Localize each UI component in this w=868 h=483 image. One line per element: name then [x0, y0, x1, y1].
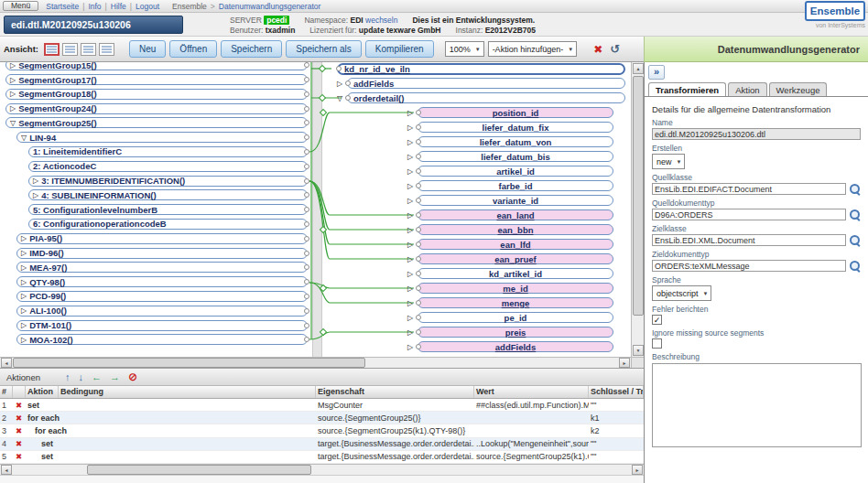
target-node[interactable]: me_id	[418, 283, 613, 294]
move-down-icon[interactable]: ↓	[78, 371, 83, 382]
junction-diamond[interactable]	[320, 328, 326, 335]
tab-transformieren[interactable]: Transformieren	[648, 82, 726, 96]
lookup-icon[interactable]	[849, 183, 861, 195]
source-node[interactable]: ▷SegmentGroup17()	[5, 74, 308, 85]
scroll-left-icon[interactable]: ◄	[1, 358, 12, 368]
shift-right-icon[interactable]: →	[110, 371, 120, 382]
source-node[interactable]: ▷MEA-97()	[16, 262, 308, 273]
target-node[interactable]: addFields	[347, 78, 625, 89]
target-node[interactable]: menge	[418, 297, 613, 308]
tab-werkzeuge[interactable]: Werkzeuge	[769, 82, 828, 96]
scroll-up-icon[interactable]: ▲	[633, 63, 644, 74]
source-node[interactable]: ▷ALI-100()	[16, 306, 308, 317]
name-field[interactable]	[652, 128, 861, 140]
target-node[interactable]: ean_lfd	[418, 239, 613, 250]
target-node[interactable]: ean_land	[418, 209, 613, 220]
tab-aktion[interactable]: Aktion	[728, 82, 766, 96]
target-node[interactable]: farbe_id	[418, 180, 613, 191]
link-logout[interactable]: Logout	[136, 2, 159, 11]
delete-row-icon[interactable]: ✖	[13, 413, 26, 423]
delete-icon[interactable]: ✖	[593, 43, 602, 56]
save-as-button[interactable]: Speichern als	[286, 40, 362, 58]
expander-icon[interactable]: ▷	[21, 278, 27, 286]
delete-row-icon[interactable]: ✖	[13, 401, 26, 410]
source-node[interactable]: ▷DTM-101()	[16, 320, 308, 331]
expander-icon[interactable]: ▷	[21, 336, 27, 344]
scroll-right-icon[interactable]: ►	[619, 358, 630, 368]
move-up-icon[interactable]: ↑	[65, 371, 71, 382]
ignore-missing-checkbox[interactable]	[652, 338, 662, 349]
action-row[interactable]: 3 ✖ for each source.{SegmentGroup25(k1).…	[0, 424, 644, 437]
create-select[interactable]: new▼	[652, 154, 685, 169]
target-node[interactable]: orderdetail()	[347, 92, 625, 103]
report-errors-checkbox[interactable]: ✓	[652, 315, 662, 325]
view-mode-3-icon[interactable]	[81, 43, 96, 56]
view-mode-2-icon[interactable]	[62, 43, 78, 56]
junction-diamond[interactable]	[319, 65, 325, 71]
canvas-vertical-scrollbar[interactable]: ▲ ▼	[631, 62, 644, 357]
action-row[interactable]: 2 ✖ for each source.{SegmentGroup25()} k…	[0, 412, 644, 424]
source-doctype-field[interactable]	[652, 209, 846, 220]
expander-icon[interactable]: ▷	[10, 90, 16, 98]
target-node[interactable]: variante_id	[418, 195, 613, 206]
source-node[interactable]: 5: ConfigurationlevelnumberB	[28, 204, 308, 215]
lookup-icon[interactable]	[849, 209, 861, 220]
source-node[interactable]: ▷3: ITEMNUMBERIDENTIFICATION()	[28, 176, 308, 187]
expander-icon[interactable]: ▷	[10, 62, 16, 70]
table-horizontal-scrollbar[interactable]: ◄ ►	[0, 464, 644, 476]
delete-row-icon[interactable]: ✖	[13, 426, 26, 435]
source-node[interactable]: ▷QTY-98()	[16, 276, 308, 287]
expander-icon[interactable]: ▷	[21, 249, 27, 257]
action-row[interactable]: 1 ✖ set MsgCounter ##class(edi.util.mp.F…	[0, 399, 644, 412]
breadcrumb-page[interactable]: Datenumwandlungsgenerator	[219, 2, 321, 11]
expander-icon[interactable]: ▷	[21, 306, 27, 315]
disable-icon[interactable]: ⊘	[128, 370, 137, 383]
undo-icon[interactable]: ↺	[610, 42, 620, 56]
zoom-select[interactable]: 100%▼	[445, 41, 484, 57]
target-node[interactable]: addFields	[418, 341, 613, 352]
add-action-select[interactable]: -Aktion hinzufügen-▼	[488, 41, 578, 57]
compile-button[interactable]: Kompilieren	[365, 40, 434, 58]
target-node[interactable]: pe_id	[418, 312, 613, 323]
scroll-down-icon[interactable]: ▼	[633, 345, 644, 356]
expander-icon[interactable]: ▽	[10, 119, 16, 127]
target-node[interactable]: position_id	[418, 107, 613, 118]
target-doctype-field[interactable]	[652, 260, 846, 272]
source-node[interactable]: ▷PIA-95()	[16, 233, 308, 244]
expander-icon[interactable]: ▷	[21, 321, 27, 329]
language-select[interactable]: objectscript▼	[652, 285, 711, 301]
breadcrumb-root[interactable]: Ensemble	[172, 2, 207, 11]
source-node[interactable]: ▽LIN-94	[16, 132, 308, 143]
view-mode-4-icon[interactable]	[99, 43, 114, 56]
scroll-left-icon[interactable]: ◄	[1, 465, 12, 475]
canvas-horizontal-scrollbar[interactable]: ◄ ►	[0, 357, 631, 368]
view-mode-1-icon[interactable]	[44, 43, 60, 56]
source-node[interactable]: ▷IMD-96()	[16, 248, 308, 259]
expander-icon[interactable]: ▷	[21, 234, 27, 242]
lookup-icon[interactable]	[849, 260, 861, 272]
target-node[interactable]: liefer_datum_bis	[418, 151, 613, 162]
expander-icon[interactable]: ▽	[21, 134, 27, 142]
target-node[interactable]: kd_artikel_id	[418, 268, 613, 279]
delete-row-icon[interactable]: ✖	[13, 439, 26, 448]
collapse-panel-icon[interactable]: »	[648, 65, 665, 80]
source-node[interactable]: ▷MOA-102()	[16, 334, 308, 345]
new-button[interactable]: Neu	[129, 40, 166, 58]
link-info[interactable]: Info	[88, 2, 101, 11]
menu-button[interactable]: Menü	[3, 1, 38, 11]
target-node[interactable]: ean_bbn	[418, 224, 613, 235]
source-class-field[interactable]	[652, 183, 846, 195]
source-node[interactable]: ▷SegmentGroup24()	[5, 103, 308, 114]
expander-icon[interactable]: ▷	[21, 292, 27, 300]
source-node[interactable]: 1: LineitemidentifierC	[28, 146, 308, 157]
target-node[interactable]: artikel_id	[418, 166, 613, 177]
target-node[interactable]: kd_nr_id_ve_iln	[337, 63, 625, 75]
horizontal-scroll-thumb[interactable]	[13, 358, 365, 368]
description-textarea[interactable]	[652, 363, 862, 447]
source-node[interactable]: 2: ActioncodeC	[28, 161, 308, 172]
save-button[interactable]: Speichern	[221, 40, 282, 58]
vertical-scroll-thumb[interactable]	[633, 76, 644, 316]
source-node[interactable]: ▷PCD-99()	[16, 291, 308, 302]
source-node[interactable]: ▷4: SUBLINEINFORMATION()	[28, 189, 308, 200]
target-node[interactable]: liefer_datum_fix	[418, 122, 613, 133]
